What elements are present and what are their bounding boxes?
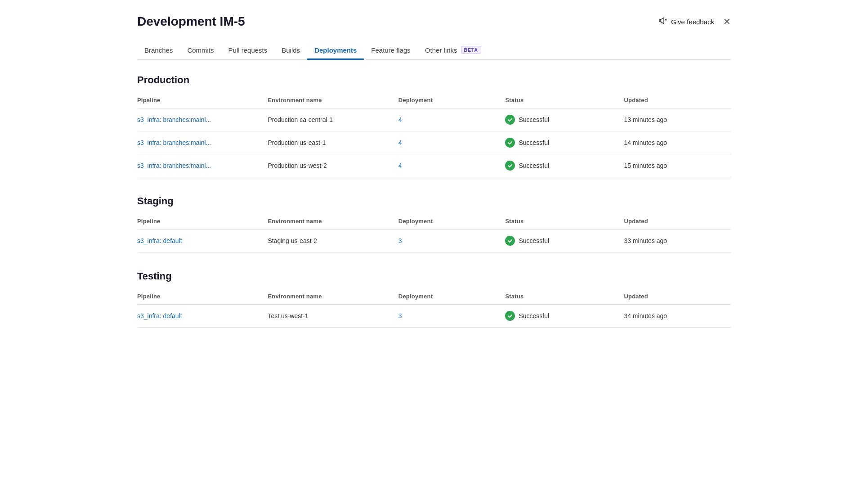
table-row: s3_infra: branches:mainl...Production ca… bbox=[137, 108, 731, 131]
updated-cell-0-0: 13 minutes ago bbox=[624, 108, 731, 131]
env-name-1-0: Staging us-east-2 bbox=[268, 230, 398, 252]
col-header-pipeline: Pipeline bbox=[137, 289, 268, 305]
deployment-link-2-0[interactable]: 3 bbox=[398, 312, 402, 320]
table-testing: PipelineEnvironment nameDeploymentStatus… bbox=[137, 289, 731, 328]
env-name-2-0: Test us-west-1 bbox=[268, 305, 398, 328]
col-header-environment_name: Environment name bbox=[268, 93, 398, 108]
updated-cell-0-2: 15 minutes ago bbox=[624, 154, 731, 177]
pipeline-cell-0-1: s3_infra: branches:mainl... bbox=[137, 131, 268, 154]
section-title-testing: Testing bbox=[137, 270, 731, 282]
updated-cell-2-0: 34 minutes ago bbox=[624, 305, 731, 328]
give-feedback-button[interactable]: Give feedback bbox=[658, 16, 714, 27]
success-icon bbox=[505, 236, 515, 246]
close-button[interactable]: ✕ bbox=[723, 17, 731, 26]
megaphone-icon bbox=[658, 16, 667, 27]
deployment-link-0-1[interactable]: 4 bbox=[398, 139, 402, 146]
success-icon bbox=[505, 161, 515, 171]
table-staging: PipelineEnvironment nameDeploymentStatus… bbox=[137, 214, 731, 252]
tab-branches-label: Branches bbox=[144, 46, 173, 54]
success-icon bbox=[505, 311, 515, 321]
tab-deployments-label: Deployments bbox=[314, 46, 357, 54]
status-cell-1-0: Successful bbox=[505, 230, 624, 252]
tab-feature-flags-label: Feature flags bbox=[371, 46, 411, 54]
deployment-cell-0-1: 4 bbox=[398, 131, 506, 154]
pipeline-link-0-1[interactable]: s3_infra: branches:mainl... bbox=[137, 139, 211, 146]
page-title: Development IM-5 bbox=[137, 14, 245, 29]
pipeline-cell-0-0: s3_infra: branches:mainl... bbox=[137, 108, 268, 131]
status-cell-0-0: Successful bbox=[505, 108, 624, 131]
give-feedback-label: Give feedback bbox=[671, 18, 714, 26]
status-badge-2-0: Successful bbox=[519, 312, 549, 320]
col-header-pipeline: Pipeline bbox=[137, 214, 268, 230]
header-actions: Give feedback ✕ bbox=[658, 16, 731, 27]
status-badge-0-1: Successful bbox=[519, 139, 549, 146]
deployment-link-0-2[interactable]: 4 bbox=[398, 162, 402, 169]
section-production: ProductionPipelineEnvironment nameDeploy… bbox=[137, 74, 731, 177]
col-header-environment_name: Environment name bbox=[268, 214, 398, 230]
col-header-updated: Updated bbox=[624, 214, 731, 230]
col-header-status: Status bbox=[505, 289, 624, 305]
col-header-deployment: Deployment bbox=[398, 93, 506, 108]
tab-other-links[interactable]: Other links BETA bbox=[418, 41, 488, 60]
section-testing: TestingPipelineEnvironment nameDeploymen… bbox=[137, 270, 731, 328]
success-icon bbox=[505, 115, 515, 125]
pipeline-cell-1-0: s3_infra: default bbox=[137, 230, 268, 252]
tab-other-links-label: Other links bbox=[425, 46, 457, 54]
col-header-status: Status bbox=[505, 93, 624, 108]
success-icon bbox=[505, 138, 515, 148]
pipeline-link-0-2[interactable]: s3_infra: branches:mainl... bbox=[137, 162, 211, 169]
col-header-pipeline: Pipeline bbox=[137, 93, 268, 108]
status-badge-0-0: Successful bbox=[519, 116, 549, 123]
tab-commits[interactable]: Commits bbox=[180, 41, 221, 60]
deployment-cell-0-0: 4 bbox=[398, 108, 506, 131]
deployment-link-1-0[interactable]: 3 bbox=[398, 237, 402, 244]
beta-badge: BETA bbox=[461, 46, 481, 54]
status-cell-2-0: Successful bbox=[505, 305, 624, 328]
col-header-updated: Updated bbox=[624, 93, 731, 108]
col-header-updated: Updated bbox=[624, 289, 731, 305]
tab-pull-requests[interactable]: Pull requests bbox=[221, 41, 275, 60]
col-header-deployment: Deployment bbox=[398, 214, 506, 230]
nav-tabs: Branches Commits Pull requests Builds De… bbox=[137, 41, 731, 60]
updated-cell-0-1: 14 minutes ago bbox=[624, 131, 731, 154]
sections-container: ProductionPipelineEnvironment nameDeploy… bbox=[137, 74, 731, 328]
deployment-cell-1-0: 3 bbox=[398, 230, 506, 252]
pipeline-link-1-0[interactable]: s3_infra: default bbox=[137, 237, 182, 244]
status-cell-0-2: Successful bbox=[505, 154, 624, 177]
table-row: s3_infra: defaultStaging us-east-23Succe… bbox=[137, 230, 731, 252]
tab-feature-flags[interactable]: Feature flags bbox=[364, 41, 418, 60]
tab-branches[interactable]: Branches bbox=[137, 41, 180, 60]
table-production: PipelineEnvironment nameDeploymentStatus… bbox=[137, 93, 731, 177]
deployment-cell-0-2: 4 bbox=[398, 154, 506, 177]
pipeline-cell-2-0: s3_infra: default bbox=[137, 305, 268, 328]
col-header-environment_name: Environment name bbox=[268, 289, 398, 305]
tab-builds[interactable]: Builds bbox=[274, 41, 307, 60]
col-header-deployment: Deployment bbox=[398, 289, 506, 305]
tab-deployments[interactable]: Deployments bbox=[307, 41, 364, 60]
section-title-production: Production bbox=[137, 74, 731, 86]
table-row: s3_infra: branches:mainl...Production us… bbox=[137, 131, 731, 154]
tab-pull-requests-label: Pull requests bbox=[228, 46, 268, 54]
updated-cell-1-0: 33 minutes ago bbox=[624, 230, 731, 252]
status-badge-1-0: Successful bbox=[519, 237, 549, 244]
deployment-link-0-0[interactable]: 4 bbox=[398, 116, 402, 123]
close-icon: ✕ bbox=[723, 17, 731, 27]
table-row: s3_infra: branches:mainl...Production us… bbox=[137, 154, 731, 177]
page-header: Development IM-5 Give feedback ✕ bbox=[137, 14, 731, 29]
tab-builds-label: Builds bbox=[282, 46, 300, 54]
svg-point-0 bbox=[666, 19, 667, 20]
env-name-0-1: Production us-east-1 bbox=[268, 131, 398, 154]
env-name-0-0: Production ca-central-1 bbox=[268, 108, 398, 131]
col-header-status: Status bbox=[505, 214, 624, 230]
env-name-0-2: Production us-west-2 bbox=[268, 154, 398, 177]
pipeline-link-0-0[interactable]: s3_infra: branches:mainl... bbox=[137, 116, 211, 123]
deployment-cell-2-0: 3 bbox=[398, 305, 506, 328]
table-row: s3_infra: defaultTest us-west-13Successf… bbox=[137, 305, 731, 328]
status-badge-0-2: Successful bbox=[519, 162, 549, 169]
section-title-staging: Staging bbox=[137, 195, 731, 207]
pipeline-link-2-0[interactable]: s3_infra: default bbox=[137, 312, 182, 320]
status-cell-0-1: Successful bbox=[505, 131, 624, 154]
tab-commits-label: Commits bbox=[187, 46, 214, 54]
pipeline-cell-0-2: s3_infra: branches:mainl... bbox=[137, 154, 268, 177]
section-staging: StagingPipelineEnvironment nameDeploymen… bbox=[137, 195, 731, 252]
